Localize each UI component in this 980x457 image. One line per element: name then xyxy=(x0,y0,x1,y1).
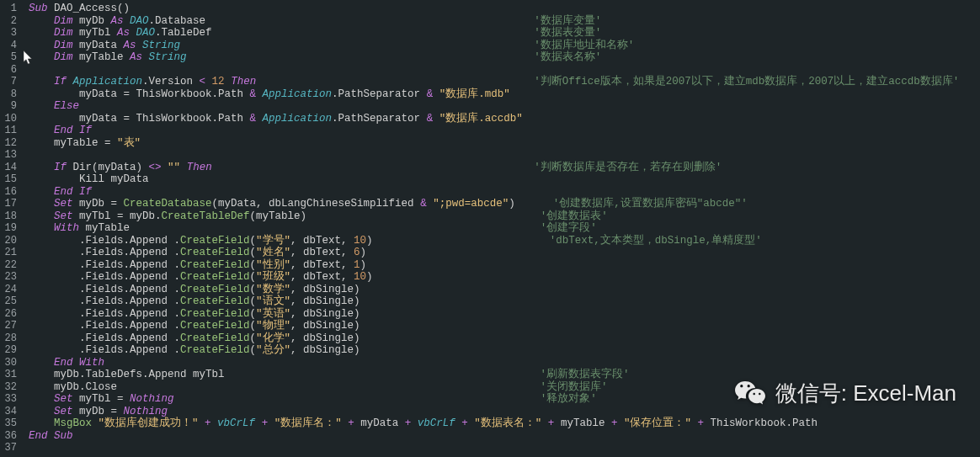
code-line[interactable]: .Fields.Append .CreateField("学号", dbText… xyxy=(29,235,980,247)
token-kw: End With xyxy=(54,357,104,369)
token-prop xyxy=(205,76,212,88)
code-line[interactable]: End If xyxy=(29,186,980,199)
token-com: '数据库地址和名称' xyxy=(534,40,634,51)
code-line[interactable]: Else xyxy=(29,100,980,113)
token-kw: Dim xyxy=(54,15,73,27)
token-com: '数据表变量' xyxy=(534,27,601,39)
code-line[interactable]: .Fields.Append .CreateField("英语", dbSing… xyxy=(29,308,980,321)
line-number: 31 xyxy=(3,369,17,381)
line-number: 28 xyxy=(3,332,17,345)
token-prop: .Fields.Append . xyxy=(29,332,180,344)
line-number: 5 xyxy=(3,51,17,64)
token-kw: End Sub xyxy=(29,430,73,442)
wechat-icon xyxy=(733,376,767,410)
line-number: 10 xyxy=(3,113,17,125)
token-prop xyxy=(256,88,263,100)
token-prop xyxy=(256,76,534,88)
code-line[interactable]: .Fields.Append .CreateField("性别", dbText… xyxy=(29,259,980,272)
code-line[interactable]: .Fields.Append .CreateField("化学", dbSing… xyxy=(29,332,980,345)
code-line[interactable]: MsgBox "数据库创建成功！" + vbCrLf + "数据库名：" + m… xyxy=(29,417,980,430)
token-str: "化学" xyxy=(256,332,290,344)
code-line[interactable]: myTable = "表" xyxy=(29,137,980,150)
token-prop: myDb.TableDefs.Append myTbl xyxy=(29,369,541,380)
token-str: "数据库.mdb" xyxy=(439,88,510,100)
token-num: 10 xyxy=(354,271,366,283)
token-prop: .Database xyxy=(149,15,535,27)
line-number: 27 xyxy=(3,320,17,332)
token-prop xyxy=(29,162,54,173)
token-prop xyxy=(212,162,535,173)
code-line[interactable]: End With xyxy=(29,357,980,369)
line-number: 3 xyxy=(3,27,17,40)
code-line[interactable]: Kill myData xyxy=(29,173,980,186)
token-prop xyxy=(180,40,534,51)
token-num: 1 xyxy=(354,259,360,271)
token-kw: Dim xyxy=(54,27,73,39)
code-line[interactable]: End Sub xyxy=(29,430,980,443)
token-prop: , dbSingle) xyxy=(290,308,360,320)
token-prop: myData = ThisWorkbook.Path xyxy=(29,88,250,100)
line-number: 18 xyxy=(3,210,17,223)
code-line[interactable]: .Fields.Append .CreateField("物理", dbSing… xyxy=(29,320,980,332)
code-line[interactable]: myData = ThisWorkbook.Path & Application… xyxy=(29,88,980,101)
token-str: "物理" xyxy=(256,320,290,332)
code-line[interactable]: .Fields.Append .CreateField("班级", dbText… xyxy=(29,271,980,284)
token-prop xyxy=(617,417,624,429)
code-line[interactable]: Dim myData As String '数据库地址和名称' xyxy=(29,40,980,52)
code-line[interactable]: If Application.Version < 12 Then '判断Offi… xyxy=(29,76,980,88)
token-prop: .Fields.Append . xyxy=(29,284,180,295)
token-prop: myTbl = xyxy=(73,393,130,405)
token-prop: myTable xyxy=(79,222,541,234)
code-line[interactable] xyxy=(29,442,980,454)
token-op: < xyxy=(200,76,206,88)
code-line[interactable]: .Fields.Append .CreateField("姓名", dbText… xyxy=(29,247,980,259)
token-prop xyxy=(187,51,535,63)
token-prop xyxy=(29,40,54,51)
token-prop: , dbSingle) xyxy=(290,284,360,295)
token-num: 6 xyxy=(354,247,360,258)
token-str: "语文" xyxy=(256,295,290,307)
token-prop: .Fields.Append . xyxy=(29,247,180,258)
code-line[interactable]: Set myDb = CreateDatabase(myData, dbLang… xyxy=(29,198,980,210)
token-prop xyxy=(29,186,54,198)
token-type: DAO xyxy=(136,27,156,39)
token-prop: .PathSeparator xyxy=(332,113,427,125)
code-line[interactable]: Set myTbl = myDb.CreateTableDef(myTable)… xyxy=(29,210,980,223)
code-line[interactable] xyxy=(29,64,980,77)
token-op: & xyxy=(427,113,434,125)
code-line[interactable]: Dim myDb As DAO.Database '数据库变量' xyxy=(29,15,980,28)
token-prop: , dbText, xyxy=(290,247,354,258)
code-line[interactable] xyxy=(29,149,980,162)
code-line[interactable]: .Fields.Append .CreateField("语文", dbSing… xyxy=(29,295,980,308)
token-prop: myTbl xyxy=(73,27,118,39)
code-line[interactable]: With myTable '创建字段' xyxy=(29,222,980,235)
token-prop xyxy=(180,162,187,173)
token-prop: .Fields.Append . xyxy=(29,235,180,247)
line-number: 29 xyxy=(3,344,17,357)
token-op: & xyxy=(420,198,427,210)
token-com: '创建数据库,设置数据库密码"abcde"' xyxy=(553,198,748,210)
code-line[interactable]: End If xyxy=(29,125,980,137)
token-prop: , dbText, xyxy=(290,235,354,247)
code-line[interactable]: .Fields.Append .CreateField("数学", dbSing… xyxy=(29,284,980,296)
token-kw: Dim xyxy=(54,51,73,63)
token-str: "数据库名：" xyxy=(274,417,342,429)
token-num: 12 xyxy=(212,76,225,88)
code-line[interactable]: Sub DAO_Access() xyxy=(29,3,980,15)
token-com: '判断Office版本，如果是2007以下，建立mdb数据库，2007以上，建立… xyxy=(534,76,959,88)
token-kw: With xyxy=(54,222,79,234)
token-prop: .Fields.Append . xyxy=(29,308,180,320)
token-prop xyxy=(29,76,54,88)
code-line[interactable]: myData = ThisWorkbook.Path & Application… xyxy=(29,113,980,125)
code-line[interactable]: .Fields.Append .CreateField("总分", dbSing… xyxy=(29,344,980,357)
token-prop: myDb = xyxy=(73,198,124,210)
code-line[interactable]: If Dir(myData) <> "" Then '判断数据库是否存在，若存在… xyxy=(29,162,980,174)
token-prop xyxy=(29,406,54,417)
token-str: "姓名" xyxy=(256,247,290,258)
code-line[interactable]: Dim myTbl As DAO.TableDef '数据表变量' xyxy=(29,27,980,40)
line-number: 9 xyxy=(3,100,17,113)
line-number: 24 xyxy=(3,284,17,296)
code-line[interactable]: Dim myTable As String '数据表名称' xyxy=(29,51,980,64)
line-number: 13 xyxy=(3,149,17,162)
token-prop xyxy=(29,125,54,136)
